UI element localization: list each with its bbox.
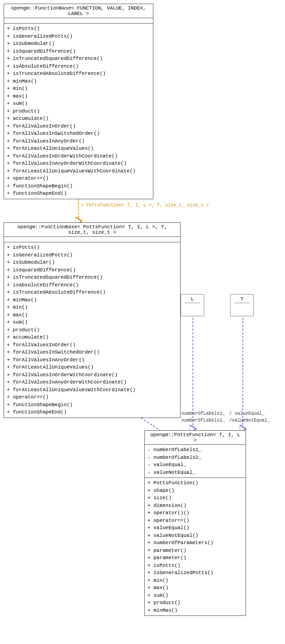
method-istruncatedabsolute-bottom: + isTruncatedAbsoluteDifference() — [7, 289, 177, 296]
functionbase-potts-box: opengm::FunctionBase< PottsFunction< T, … — [4, 222, 181, 418]
method-min-top: + min() — [7, 85, 150, 93]
method-functionshapeend-top: + functionShapeEnd() — [7, 190, 150, 197]
method-forallvaluesinorder-bottom: + forAllValuesInOrder() — [7, 341, 177, 349]
method-sum-top: + sum() — [7, 100, 150, 108]
method-forallvaluesinanyorder-bottom: + forAllValuesInAnyOrder() — [7, 356, 177, 364]
method-dimension: + dimension() — [147, 502, 243, 510]
method-sum-bottom: + sum() — [7, 319, 177, 326]
method-isabsolute-top: + isAbsoluteDifference() — [7, 63, 150, 70]
attr-valueEqual: - valueEqual_ — [147, 461, 243, 469]
method-forallvaluesinorderwithcoord-bottom: + forAllValuesInOrderWithCoordinate() — [7, 371, 177, 379]
method-foratleastuniquevalues-top: + forAtLeastAllUniqueValues() — [7, 145, 150, 152]
method-isabsolute-bottom: + isAbsoluteDifference() — [7, 281, 177, 289]
template-L-content — [185, 305, 200, 314]
method-operator-call: + operator()() — [147, 509, 243, 517]
method-operator-eq: + operator==() — [147, 517, 243, 525]
method-accumulate-bottom: + accumulate() — [7, 334, 177, 341]
functionbase-top-title: opengm::FunctionBase< FUNCTION, VALUE, I… — [4, 4, 153, 18]
method-parameter1: + parameter() — [147, 547, 243, 555]
functionbase-potts-empty-section — [4, 237, 180, 242]
method-min-potts: + min() — [147, 577, 243, 585]
potts-function-title: opengm::PottsFunction< T, I, L > — [145, 431, 246, 445]
method-product-bottom: + product() — [7, 326, 177, 334]
label-valueNotEqual: /valueNotEqual_ — [229, 418, 270, 423]
potts-function-attributes: - numberOfLabels1_ - numberOfLabels2_ - … — [145, 445, 246, 478]
method-forallvaluesinanyorder-top: + forAllValuesInAnyOrder() — [7, 138, 150, 145]
template-box-T: T — [230, 294, 254, 316]
functionbase-top-empty-section — [4, 18, 153, 24]
method-isgeneralized-potts: + isGeneralizedPotts() — [147, 569, 243, 577]
method-min-bottom: + min() — [7, 304, 177, 311]
arrow-label-valueEqual: / valueEqual_ /valueNotEqual_ — [229, 410, 270, 424]
method-functionshapeend-bottom: + functionShapeEnd() — [7, 408, 177, 416]
method-forallvaluesinorder-top: + forAllValuesInOrder() — [7, 123, 150, 130]
method-product-potts: + product() — [147, 599, 243, 607]
arrow-label-numberOfLabels: numberOfLabels1_ numberOfLabels2_ — [182, 410, 225, 424]
method-minmax-potts: + minMax() — [147, 607, 243, 615]
method-istruncatedsquared-bottom: + isTruncatedSquaredDifference() — [7, 274, 177, 281]
method-max-bottom: + max() — [7, 311, 177, 319]
method-forallvaluesinswitchedorder-bottom: + forAllValuesInSwitchedOrder() — [7, 349, 177, 356]
potts-function-methods: + PottsFunction() + shape() + size() + d… — [145, 478, 246, 615]
diagram-container: < PottsFunction< T, I, L >, T, size_t, s… — [0, 0, 285, 644]
method-forallvaluesinswitchedorder-top: + forAllValuesInSwitchedOrder() — [7, 130, 150, 138]
method-product-top: + product() — [7, 108, 150, 115]
method-valueEqual: + valueEqual() — [147, 524, 243, 532]
functionbase-top-box: opengm::FunctionBase< FUNCTION, VALUE, I… — [4, 4, 153, 199]
method-max-potts: + max() — [147, 584, 243, 592]
method-ispotts-bottom: + isPotts() — [7, 244, 177, 251]
method-istruncatedsquared-top: + isTruncatedSquaredDifference() — [7, 55, 150, 63]
method-issquared-top: + isSquaredDifference() — [7, 48, 150, 55]
method-isgeneralized-bottom: + isGeneralizedPotts() — [7, 251, 177, 259]
template-T-label: T — [234, 296, 250, 303]
method-accumulate-top: + accumulate() — [7, 115, 150, 123]
method-foratleastuniquevalues-bottom: + forAtLeastAllUniqueValues() — [7, 364, 177, 371]
method-max-top: + max() — [7, 93, 150, 100]
label-numberOfLabels1: numberOfLabels1_ — [182, 411, 225, 416]
method-forallvaluesinanyorderwithcoord-bottom: + forAllValuesInAnyOrderWithCoordinate() — [7, 379, 177, 386]
method-operatoreq-bottom: + operator==() — [7, 393, 177, 401]
method-forallvaluesinorderwithcoord-top: + forAllValuesInOrderWithCoordinate() — [7, 152, 150, 160]
method-issubmodular-top: + isSubmodular() — [7, 40, 150, 48]
functionbase-potts-title: opengm::FunctionBase< PottsFunction< T, … — [4, 223, 180, 237]
label-numberOfLabels2: numberOfLabels2_ — [182, 418, 225, 423]
method-pottsfunction-ctor: + PottsFunction() — [147, 479, 243, 487]
attr-numberOfLabels1: - numberOfLabels1_ — [147, 446, 243, 454]
method-forallvaluesinanyorderwithcoord-top: + forAllValuesInAnyOrderWithCoordinate() — [7, 160, 150, 167]
functionbase-top-methods: + isPotts() + isGeneralizedPotts() + isS… — [4, 24, 153, 199]
svg-text:< PottsFunction< T, I, L >, T,: < PottsFunction< T, I, L >, T, size_t, s… — [81, 203, 209, 208]
method-issubmodular-bottom: + isSubmodular() — [7, 259, 177, 266]
template-L-label: L — [185, 296, 200, 303]
method-valueNotEqual: + valueNotEqual() — [147, 532, 243, 540]
method-parameter2: + parameter() — [147, 554, 243, 562]
method-foratleastuniquewithcoord-bottom: + forAtLeastAllUniqueValuesWithCoordinat… — [7, 386, 177, 394]
functionbase-potts-methods: + isPotts() + isGeneralizedPotts() + isS… — [4, 242, 180, 418]
label-valueEqual: / valueEqual_ — [229, 411, 265, 416]
attr-valueNotEqual: - valueNotEqual_ — [147, 469, 243, 477]
method-shape: + shape() — [147, 487, 243, 495]
method-sum-potts: + sum() — [147, 592, 243, 600]
template-box-L: L — [181, 294, 204, 316]
method-functionshapebegin-bottom: + functionShapeBegin() — [7, 401, 177, 409]
template-T-content — [234, 305, 250, 314]
method-ispotts-potts: + isPotts() — [147, 562, 243, 570]
method-issquared-bottom: + isSquaredDifference() — [7, 266, 177, 274]
method-ispotts-top: + isPotts() — [7, 25, 150, 33]
method-isgeneralized-top: + isGeneralizedPotts() — [7, 33, 150, 40]
method-minmax-top: + minMax() — [7, 78, 150, 85]
method-foratleastuniquewithcoord-top: + forAtLeastAllUniqueValuesWithCoordinat… — [7, 167, 150, 175]
attr-numberOfLabels2: - numberOfLabels2_ — [147, 454, 243, 462]
method-size: + size() — [147, 494, 243, 502]
method-operatoreq-top: + operator==() — [7, 175, 150, 182]
method-istruncatedabsolute-top: + isTruncatedAbsoluteDifference() — [7, 70, 150, 78]
potts-function-box: opengm::PottsFunction< T, I, L > - numbe… — [144, 430, 246, 616]
method-minmax-bottom: + minMax() — [7, 296, 177, 304]
method-functionshapebegin-top: + functionShapeBegin() — [7, 182, 150, 190]
method-numberOfParameters: + numberOfParameters() — [147, 539, 243, 547]
